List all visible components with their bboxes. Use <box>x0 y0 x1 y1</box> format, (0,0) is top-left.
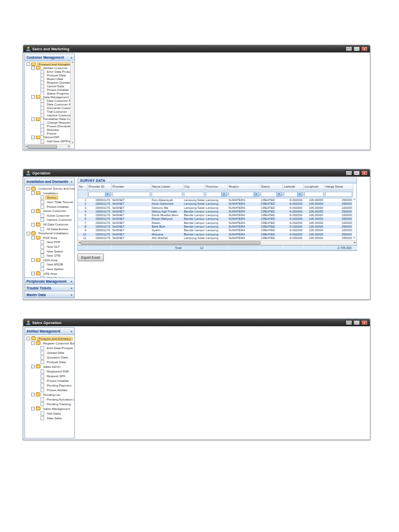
tree-item-label[interactable]: POP Area <box>42 236 59 240</box>
collapse-icon[interactable]: - <box>31 258 35 262</box>
tree-item[interactable]: Relokasi <box>25 128 71 132</box>
tree-item[interactable]: Add Sales <box>25 411 74 416</box>
tree-item[interactable]: Pending Payment <box>25 383 74 388</box>
collapse-icon[interactable]: - <box>31 341 35 345</box>
tree-item[interactable]: -CPE Area <box>25 271 74 276</box>
minimize-button[interactable] <box>345 320 352 325</box>
maximize-button[interactable] <box>353 320 360 325</box>
tree-item-label[interactable]: New POP <box>45 240 62 244</box>
tree-item-label[interactable]: Peripheral Installation <box>37 231 70 235</box>
tree-item-label[interactable]: Inactive Customer <box>45 218 73 222</box>
tree-item-label[interactable]: Prospect and Activation <box>37 62 71 66</box>
tree-item-label[interactable]: Request Quotation <box>45 81 71 84</box>
tree-item[interactable]: Proses Instalasi <box>25 88 71 91</box>
tree-item[interactable]: -Peripheral Installation <box>25 231 74 236</box>
tree-item[interactable]: -Prospect and Activation <box>25 62 71 66</box>
tree-item-label[interactable]: Prospek Data <box>45 360 67 364</box>
tree-item-label[interactable]: Status Progress <box>45 91 71 95</box>
tree-item-label[interactable]: New OLT <box>45 245 61 249</box>
filter-input[interactable] <box>112 192 150 197</box>
tree-item-label[interactable]: Error Data Prospek <box>45 70 71 73</box>
filter-combo[interactable]: ▼ <box>206 192 227 197</box>
tree-item[interactable]: -ODN Area <box>25 258 74 263</box>
tree-item[interactable]: Data Sales <box>25 416 74 420</box>
tree-item-label[interactable]: Pending Tracking <box>45 402 72 406</box>
tree-item-label[interactable]: All Data Entries <box>45 227 70 231</box>
collapse-icon[interactable]: - <box>31 136 35 139</box>
tree-item[interactable]: Add New ISP/Partner <box>25 139 71 143</box>
collapse-icon[interactable]: - <box>31 365 35 368</box>
collapse-icon[interactable]: - <box>31 95 35 99</box>
table-row[interactable]: 10150001170SHSNETMulyanaBandar LampungLa… <box>78 233 353 236</box>
sidebar-header[interactable]: Installation and Dismantle ▼ <box>25 178 74 185</box>
horizontal-scrollbar[interactable]: ◀ ▶ <box>25 144 71 149</box>
tree-item[interactable]: -Customer Survey and Installation <box>25 187 74 191</box>
tree-item[interactable]: Freeze <box>25 132 71 136</box>
sidebar-header[interactable]: Aktifasi Management ▼ <box>25 328 74 335</box>
tree-item[interactable]: Trial Customer <box>25 110 71 114</box>
tree-item-label[interactable]: Active Customer <box>45 214 71 218</box>
tree-item-label[interactable]: All Data Customer <box>42 222 70 227</box>
scroll-up-icon[interactable]: ▲ <box>353 197 356 201</box>
accordion-master-data[interactable]: Master Data ▲ <box>25 291 74 298</box>
tree-item[interactable]: Proses Instalasi <box>25 378 74 383</box>
grid-horizontal-scrollbar[interactable]: ◀ ▶ <box>78 240 356 245</box>
tree-item[interactable]: Data Customer Aktif Co <box>25 103 71 107</box>
tree-item-label[interactable]: CPE Area <box>42 272 58 276</box>
chevron-down-icon[interactable]: ▼ <box>276 192 282 196</box>
tree-item[interactable]: Proses Aktifasi <box>25 388 74 392</box>
chevron-down-icon[interactable]: ▼ <box>221 192 227 196</box>
accordion-trouble-tickets[interactable]: Trouble Tickets ▲ <box>25 284 74 291</box>
tree-item[interactable]: Registered FAB <box>25 369 74 374</box>
tree-item[interactable]: All Data Entries <box>25 227 74 231</box>
filter-input[interactable] <box>325 192 352 197</box>
tree-item-label[interactable]: Data Customer Aktif Re <box>45 99 71 102</box>
tree-item-label[interactable]: Proses Instalasi <box>45 205 70 209</box>
close-button[interactable]: x <box>361 320 368 325</box>
titlebar[interactable]: Sales and Marketing x <box>23 45 370 52</box>
tree-item-label[interactable]: Change Request <box>45 121 71 125</box>
tree-item[interactable]: Pending Activation List <box>25 397 74 402</box>
tree-item-label[interactable]: Data Customer Aktif Co <box>45 103 71 107</box>
scroll-up-icon[interactable]: ▲ <box>71 61 74 64</box>
tree-item-label[interactable]: Installation <box>42 191 60 195</box>
tree-item-label[interactable]: Register Customer Building <box>42 341 74 345</box>
scroll-down-icon[interactable]: ▼ <box>71 141 74 144</box>
tree-item-label[interactable]: Pending Activation List <box>45 397 74 402</box>
tree-item-label[interactable]: Dismantle Customer <box>45 107 71 110</box>
tree-item-label[interactable]: New OTB <box>45 254 62 258</box>
tree-item[interactable]: -Installation <box>25 191 74 196</box>
close-button[interactable]: x <box>361 170 368 176</box>
tree-item[interactable]: Reject Data <box>25 77 71 81</box>
scrollbar-thumb[interactable] <box>81 241 261 245</box>
filter-combo[interactable]: ▼ <box>229 192 259 197</box>
tree-item[interactable]: New OTB <box>25 254 74 258</box>
tree-item-label[interactable]: Partner/ISP <box>42 136 61 139</box>
table-row[interactable]: 3150001170SHSNETDarsono MaLampung Selata… <box>78 206 353 210</box>
column-header[interactable]: Status <box>260 183 283 190</box>
scrollbar-thumb[interactable] <box>28 145 57 149</box>
tree-item-label[interactable]: Proses Aktifasi <box>45 388 69 392</box>
chevron-up-icon[interactable]: ▲ <box>70 286 73 289</box>
chevron-down-icon[interactable]: ▼ <box>254 192 259 196</box>
chevron-down-icon[interactable]: ▼ <box>70 180 73 183</box>
tree-item[interactable]: Inactive Customer Repo <box>25 114 71 117</box>
tree-item[interactable]: Prospek Data <box>25 360 74 364</box>
table-row[interactable]: 9150001170SHSNETSyahriBandar LampungLamp… <box>78 229 353 232</box>
tree-item[interactable]: -All Data Customer <box>25 222 74 227</box>
tree-item[interactable]: -Prospect and Activation <box>25 336 74 341</box>
tree-item-label[interactable]: Customer Survey and Installation <box>37 187 74 191</box>
column-header[interactable]: Harga Sewa <box>324 183 353 190</box>
table-row[interactable]: 7150001170SHSNETRadenBandar LampungLampu… <box>78 221 353 225</box>
tree-item-label[interactable]: Proses Dismantle <box>45 125 71 128</box>
tree-item[interactable]: -Pending List <box>25 392 74 397</box>
tree-item[interactable]: New MSOB <box>25 262 74 267</box>
column-header[interactable]: Provider <box>111 183 151 190</box>
tree-item[interactable]: -Register Customer Building <box>25 341 74 345</box>
column-header[interactable]: Latitude <box>283 183 303 190</box>
tree-item-label[interactable]: Sales Management <box>42 407 72 411</box>
column-header[interactable]: No <box>78 183 87 190</box>
maximize-button[interactable] <box>353 46 360 51</box>
tree-item[interactable]: New Switch <box>25 249 74 254</box>
collapse-icon[interactable]: - <box>26 337 30 340</box>
